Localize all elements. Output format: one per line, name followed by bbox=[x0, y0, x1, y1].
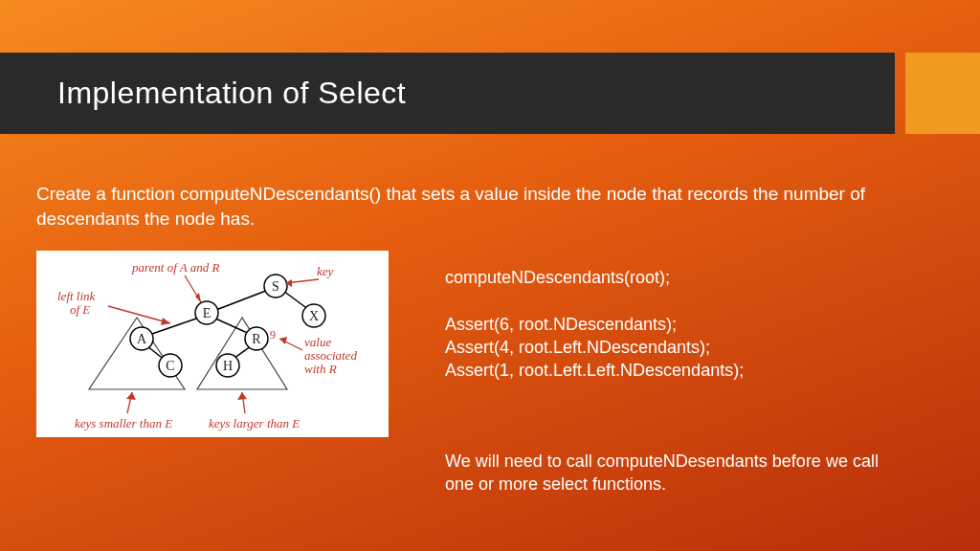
bst-diagram: S X E A R 9 C H parent of A and R key le… bbox=[36, 251, 389, 437]
label-smaller: keys smaller than E bbox=[75, 416, 172, 430]
node-h: H bbox=[223, 359, 233, 373]
svg-marker-20 bbox=[279, 337, 287, 344]
node-e: E bbox=[203, 306, 212, 320]
svg-marker-18 bbox=[161, 318, 170, 325]
label-key: key bbox=[317, 264, 334, 278]
node-c: C bbox=[166, 359, 174, 373]
node-a: A bbox=[137, 332, 147, 346]
label-parent: parent of A and R bbox=[131, 260, 220, 275]
svg-line-1 bbox=[283, 291, 309, 310]
node-s: S bbox=[272, 279, 279, 294]
accent-block bbox=[905, 53, 980, 134]
node-r: R bbox=[252, 332, 261, 346]
label-value2: associated bbox=[304, 348, 357, 363]
slide-title: Implementation of Select bbox=[57, 76, 406, 111]
code-block: computeNDescendants(root); Assert(6, roo… bbox=[445, 266, 924, 382]
slide: Implementation of Select Create a functi… bbox=[0, 0, 980, 551]
label-value3: with R bbox=[304, 362, 337, 376]
node-r-value: 9 bbox=[270, 328, 276, 342]
intro-text: Create a function computeNDescendants() … bbox=[36, 182, 869, 231]
footer-note: We will need to call computeNDesendants … bbox=[445, 450, 904, 496]
svg-marker-24 bbox=[237, 392, 247, 400]
node-x: X bbox=[309, 309, 319, 323]
label-value1: value bbox=[304, 335, 331, 349]
label-larger: keys larger than E bbox=[209, 416, 300, 430]
svg-marker-22 bbox=[126, 392, 136, 400]
title-bar: Implementation of Select bbox=[0, 53, 895, 134]
label-leftlink2: of E bbox=[70, 302, 90, 317]
label-leftlink1: left link bbox=[57, 289, 96, 303]
